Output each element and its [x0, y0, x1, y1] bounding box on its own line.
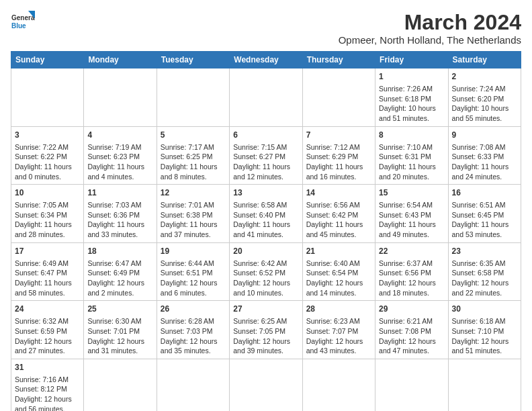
cell-info: Sunrise: 6:54 AMSunset: 6:43 PMDaylight:…	[379, 200, 444, 240]
cell-info: Sunrise: 7:01 AMSunset: 6:38 PMDaylight:…	[161, 200, 226, 240]
calendar-cell: 31Sunrise: 7:16 AMSunset: 8:12 PMDayligh…	[11, 359, 84, 411]
cell-info: Sunrise: 7:22 AMSunset: 6:22 PMDaylight:…	[15, 142, 80, 182]
cell-info: Sunrise: 7:19 AMSunset: 6:23 PMDaylight:…	[87, 142, 152, 182]
header-tuesday: Tuesday	[157, 52, 229, 68]
cell-info: Sunrise: 6:18 AMSunset: 7:10 PMDaylight:…	[452, 316, 517, 356]
calendar-cell: 25Sunrise: 6:30 AMSunset: 7:01 PMDayligh…	[84, 301, 157, 359]
calendar-cell: 24Sunrise: 6:32 AMSunset: 6:59 PMDayligh…	[11, 301, 84, 359]
day-number: 4	[87, 130, 152, 141]
day-number: 7	[306, 130, 371, 141]
calendar-cell: 28Sunrise: 6:23 AMSunset: 7:07 PMDayligh…	[302, 301, 375, 359]
day-number: 5	[161, 130, 226, 141]
cell-info: Sunrise: 6:32 AMSunset: 6:59 PMDaylight:…	[15, 316, 80, 356]
calendar-cell: 8Sunrise: 7:10 AMSunset: 6:31 PMDaylight…	[375, 126, 448, 185]
calendar-cell: 27Sunrise: 6:25 AMSunset: 7:05 PMDayligh…	[230, 301, 302, 359]
calendar-cell: 7Sunrise: 7:12 AMSunset: 6:29 PMDaylight…	[302, 126, 375, 185]
calendar-cell: 5Sunrise: 7:17 AMSunset: 6:25 PMDaylight…	[157, 126, 229, 185]
calendar-cell	[157, 359, 229, 411]
day-number: 20	[233, 246, 298, 257]
svg-text:General: General	[11, 14, 35, 21]
cell-info: Sunrise: 7:03 AMSunset: 6:36 PMDaylight:…	[87, 200, 152, 240]
calendar-week-row: 1Sunrise: 7:26 AMSunset: 6:18 PMDaylight…	[11, 68, 521, 127]
header-sunday: Sunday	[11, 52, 84, 68]
calendar-cell: 20Sunrise: 6:42 AMSunset: 6:52 PMDayligh…	[230, 242, 302, 301]
cell-info: Sunrise: 6:37 AMSunset: 6:56 PMDaylight:…	[379, 259, 444, 298]
calendar-cell: 10Sunrise: 7:05 AMSunset: 6:34 PMDayligh…	[11, 185, 84, 243]
day-number: 14	[306, 187, 371, 199]
day-number: 10	[15, 187, 80, 199]
day-number: 11	[87, 187, 152, 199]
header-friday: Friday	[375, 52, 448, 68]
calendar-subtitle: Opmeer, North Holland, The Netherlands	[339, 34, 521, 46]
day-number: 6	[233, 130, 298, 141]
calendar-week-row: 3Sunrise: 7:22 AMSunset: 6:22 PMDaylight…	[11, 126, 521, 185]
cell-info: Sunrise: 6:58 AMSunset: 6:40 PMDaylight:…	[233, 200, 298, 240]
cell-info: Sunrise: 6:47 AMSunset: 6:49 PMDaylight:…	[87, 259, 152, 298]
calendar-cell: 2Sunrise: 7:24 AMSunset: 6:20 PMDaylight…	[448, 68, 521, 127]
calendar-cell: 12Sunrise: 7:01 AMSunset: 6:38 PMDayligh…	[157, 185, 229, 243]
day-number: 30	[452, 304, 517, 315]
day-number: 8	[379, 130, 444, 141]
day-number: 31	[15, 362, 80, 373]
day-number: 16	[452, 187, 517, 199]
cell-info: Sunrise: 6:40 AMSunset: 6:54 PMDaylight:…	[306, 259, 371, 298]
cell-info: Sunrise: 7:26 AMSunset: 6:18 PMDaylight:…	[379, 84, 444, 124]
cell-info: Sunrise: 7:24 AMSunset: 6:20 PMDaylight:…	[452, 84, 517, 124]
cell-info: Sunrise: 6:51 AMSunset: 6:45 PMDaylight:…	[452, 200, 517, 240]
day-number: 29	[379, 304, 444, 315]
day-number: 19	[161, 246, 226, 257]
calendar-cell	[375, 359, 448, 411]
calendar-cell: 3Sunrise: 7:22 AMSunset: 6:22 PMDaylight…	[11, 126, 84, 185]
day-number: 25	[87, 304, 152, 315]
calendar-cell: 29Sunrise: 6:21 AMSunset: 7:08 PMDayligh…	[375, 301, 448, 359]
header-monday: Monday	[84, 52, 157, 68]
calendar-cell	[157, 68, 229, 127]
day-number: 2	[452, 71, 517, 83]
calendar-cell	[84, 359, 157, 411]
calendar-cell: 30Sunrise: 6:18 AMSunset: 7:10 PMDayligh…	[448, 301, 521, 359]
day-number: 12	[161, 187, 226, 199]
calendar-cell: 14Sunrise: 6:56 AMSunset: 6:42 PMDayligh…	[302, 185, 375, 243]
day-number: 17	[15, 246, 80, 257]
header-wednesday: Wednesday	[230, 52, 302, 68]
page-header: General Blue March 2024 Opmeer, North Ho…	[11, 11, 521, 46]
cell-info: Sunrise: 7:05 AMSunset: 6:34 PMDaylight:…	[15, 200, 80, 240]
logo: General Blue	[11, 11, 35, 35]
day-number: 3	[15, 130, 80, 141]
cell-info: Sunrise: 6:30 AMSunset: 7:01 PMDaylight:…	[87, 316, 152, 356]
calendar-cell: 6Sunrise: 7:15 AMSunset: 6:27 PMDaylight…	[230, 126, 302, 185]
calendar-cell: 11Sunrise: 7:03 AMSunset: 6:36 PMDayligh…	[84, 185, 157, 243]
calendar-week-row: 31Sunrise: 7:16 AMSunset: 8:12 PMDayligh…	[11, 359, 521, 411]
calendar-cell	[230, 68, 302, 127]
calendar-cell: 17Sunrise: 6:49 AMSunset: 6:47 PMDayligh…	[11, 242, 84, 301]
calendar-week-row: 10Sunrise: 7:05 AMSunset: 6:34 PMDayligh…	[11, 185, 521, 243]
cell-info: Sunrise: 7:16 AMSunset: 8:12 PMDaylight:…	[15, 375, 80, 411]
day-number: 27	[233, 304, 298, 315]
cell-info: Sunrise: 6:23 AMSunset: 7:07 PMDaylight:…	[306, 316, 371, 356]
calendar-title: March 2024	[339, 11, 521, 34]
day-number: 15	[379, 187, 444, 199]
calendar-cell	[302, 359, 375, 411]
days-header-row: Sunday Monday Tuesday Wednesday Thursday…	[11, 52, 521, 68]
day-number: 21	[306, 246, 371, 257]
cell-info: Sunrise: 7:08 AMSunset: 6:33 PMDaylight:…	[452, 142, 517, 182]
cell-info: Sunrise: 7:17 AMSunset: 6:25 PMDaylight:…	[161, 142, 226, 182]
svg-text:Blue: Blue	[11, 22, 26, 30]
title-area: March 2024 Opmeer, North Holland, The Ne…	[339, 11, 521, 46]
cell-info: Sunrise: 6:49 AMSunset: 6:47 PMDaylight:…	[15, 259, 80, 298]
calendar-cell	[11, 68, 84, 127]
generalblue-logo-icon: General Blue	[11, 11, 35, 35]
calendar-week-row: 24Sunrise: 6:32 AMSunset: 6:59 PMDayligh…	[11, 301, 521, 359]
cell-info: Sunrise: 6:25 AMSunset: 7:05 PMDaylight:…	[233, 316, 298, 356]
calendar-cell	[302, 68, 375, 127]
day-number: 9	[452, 130, 517, 141]
day-number: 28	[306, 304, 371, 315]
calendar-week-row: 17Sunrise: 6:49 AMSunset: 6:47 PMDayligh…	[11, 242, 521, 301]
calendar-cell: 22Sunrise: 6:37 AMSunset: 6:56 PMDayligh…	[375, 242, 448, 301]
calendar-cell: 21Sunrise: 6:40 AMSunset: 6:54 PMDayligh…	[302, 242, 375, 301]
cell-info: Sunrise: 6:44 AMSunset: 6:51 PMDaylight:…	[161, 259, 226, 298]
day-number: 1	[379, 71, 444, 83]
calendar-cell: 26Sunrise: 6:28 AMSunset: 7:03 PMDayligh…	[157, 301, 229, 359]
cell-info: Sunrise: 7:12 AMSunset: 6:29 PMDaylight:…	[306, 142, 371, 182]
header-saturday: Saturday	[448, 52, 521, 68]
